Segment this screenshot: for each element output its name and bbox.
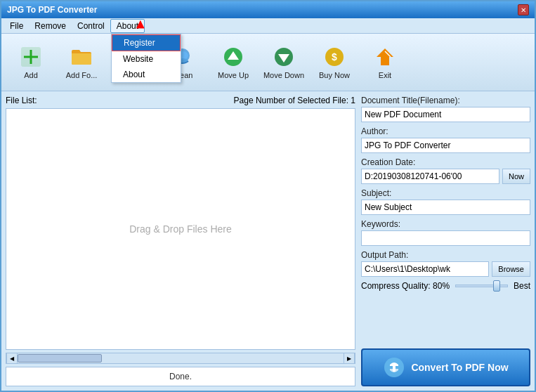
output-path-row: Browse bbox=[361, 261, 530, 277]
status-text: Done. bbox=[169, 372, 192, 381]
author-group: Author: bbox=[361, 126, 530, 153]
convert-icon bbox=[383, 356, 405, 379]
quality-best-label: Best bbox=[514, 281, 530, 291]
toolbar-move-up-label: Move Up bbox=[218, 71, 249, 79]
scroll-left-arrow[interactable]: ◀ bbox=[6, 353, 18, 364]
status-bar: Done. bbox=[6, 367, 355, 386]
toolbar-exit-label: Exit bbox=[379, 71, 391, 79]
drag-drop-text: Drag & Drop Files Here bbox=[129, 223, 232, 235]
main-content: File List: Page Number of Selected File:… bbox=[1, 91, 535, 391]
browse-button[interactable]: Browse bbox=[492, 261, 530, 277]
main-window: JPG To PDF Converter ✕ File Remove Contr… bbox=[0, 0, 536, 392]
scroll-right-arrow[interactable]: ▶ bbox=[344, 353, 355, 364]
keywords-input[interactable] bbox=[361, 230, 530, 246]
quality-slider-track[interactable] bbox=[455, 285, 508, 287]
menu-about[interactable]: About bbox=[110, 19, 145, 33]
toolbar-exit-button[interactable]: Exit bbox=[361, 38, 409, 87]
quality-slider-container bbox=[455, 285, 508, 287]
subject-label: Subject: bbox=[361, 188, 530, 198]
menu-remove[interactable]: Remove bbox=[29, 20, 72, 32]
file-list-area[interactable]: Drag & Drop Files Here bbox=[6, 108, 355, 350]
menu-file[interactable]: File bbox=[4, 20, 29, 32]
svg-marker-17 bbox=[377, 48, 393, 65]
add-icon bbox=[20, 46, 42, 68]
toolbar-move-up-button[interactable]: Move Up bbox=[209, 38, 257, 87]
about-dropdown: Register Website About bbox=[111, 34, 181, 83]
subject-input[interactable] bbox=[361, 200, 530, 215]
move-down-icon bbox=[273, 46, 295, 68]
creation-date-label: Creation Date: bbox=[361, 157, 530, 167]
now-button[interactable]: Now bbox=[502, 169, 530, 184]
close-button[interactable]: ✕ bbox=[518, 4, 529, 15]
toolbar-move-down-button[interactable]: Move Down bbox=[260, 38, 308, 87]
toolbar: Add Add Fo... Remo...re bbox=[1, 34, 535, 91]
dropdown-website[interactable]: Website bbox=[112, 51, 181, 67]
keywords-group: Keywords: bbox=[361, 219, 530, 246]
toolbar-add-button[interactable]: Add bbox=[7, 38, 55, 87]
menu-control[interactable]: Control bbox=[72, 20, 110, 32]
output-path-label: Output Path: bbox=[361, 250, 530, 260]
author-label: Author: bbox=[361, 126, 530, 136]
convert-button[interactable]: Convert To PDF Now bbox=[361, 348, 530, 386]
quality-row: Compress Quality: 80% Best bbox=[361, 281, 530, 291]
window-title: JPG To PDF Converter bbox=[7, 5, 97, 15]
dropdown-about[interactable]: About bbox=[112, 67, 181, 82]
title-bar: JPG To PDF Converter ✕ bbox=[1, 1, 535, 18]
quality-label: Compress Quality: 80% bbox=[361, 281, 450, 291]
doc-title-label: Document Title(Filename): bbox=[361, 96, 530, 105]
creation-date-input[interactable] bbox=[361, 169, 499, 184]
creation-date-group: Creation Date: Now bbox=[361, 157, 530, 184]
toolbar-buy-now-label: Buy Now bbox=[319, 71, 350, 79]
toolbar-add-label: Add bbox=[24, 71, 38, 79]
toolbar-buy-now-button[interactable]: $ Buy Now bbox=[311, 38, 358, 87]
keywords-label: Keywords: bbox=[361, 219, 530, 229]
quality-slider-thumb[interactable] bbox=[493, 280, 500, 292]
toolbar-add-folder-label: Add Fo... bbox=[66, 71, 98, 79]
svg-text:$: $ bbox=[332, 51, 337, 63]
toolbar-move-down-label: Move Down bbox=[263, 71, 304, 79]
page-number-info: Page Number of Selected File: 1 bbox=[234, 96, 355, 105]
doc-title-group: Document Title(Filename): bbox=[361, 96, 530, 122]
creation-date-row: Now bbox=[361, 169, 530, 184]
scrollbar-track bbox=[18, 353, 344, 363]
output-path-group: Output Path: Browse bbox=[361, 250, 530, 277]
toolbar-add-folder-button[interactable]: Add Fo... bbox=[58, 38, 105, 87]
scrollbar[interactable]: ◀ ▶ bbox=[6, 353, 355, 364]
doc-title-input[interactable] bbox=[361, 107, 530, 122]
folder-icon bbox=[70, 46, 93, 68]
subject-group: Subject: bbox=[361, 188, 530, 215]
menu-bar: File Remove Control About ▼ Register Web… bbox=[1, 18, 535, 34]
right-panel: Document Title(Filename): Author: Creati… bbox=[361, 96, 530, 386]
buy-icon: $ bbox=[323, 46, 346, 68]
file-list-label: File List: bbox=[6, 96, 37, 105]
scrollbar-thumb[interactable] bbox=[18, 354, 102, 362]
dropdown-register[interactable]: Register bbox=[112, 34, 181, 51]
left-panel: File List: Page Number of Selected File:… bbox=[6, 96, 355, 386]
convert-button-label: Convert To PDF Now bbox=[411, 362, 508, 373]
exit-icon bbox=[374, 46, 396, 68]
file-list-header: File List: Page Number of Selected File:… bbox=[6, 96, 355, 105]
move-up-icon bbox=[222, 46, 244, 68]
output-path-input[interactable] bbox=[361, 261, 489, 277]
author-input[interactable] bbox=[361, 138, 530, 153]
